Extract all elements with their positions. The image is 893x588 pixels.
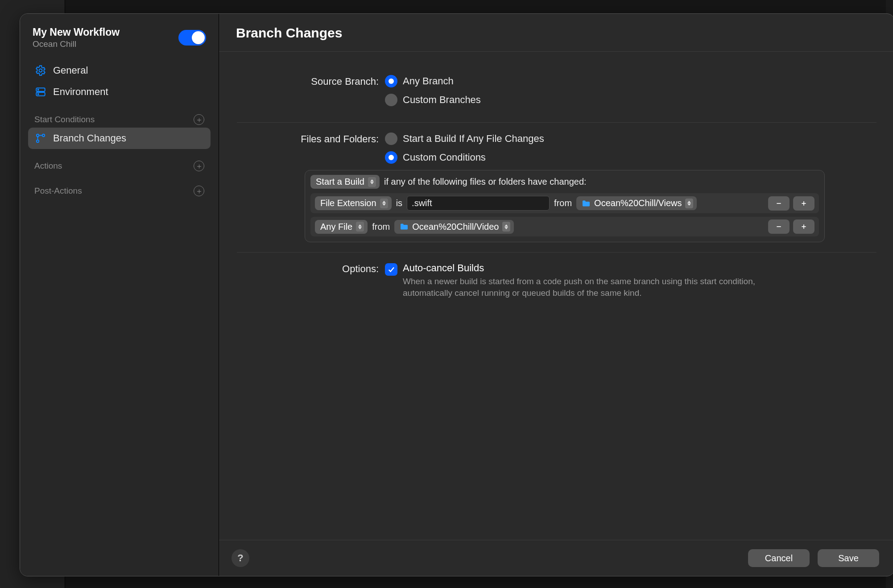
from-label: from: [554, 198, 572, 208]
gear-icon: [34, 64, 47, 77]
stepper-icon: [368, 177, 376, 187]
radio-custom-conditions[interactable]: Custom Conditions: [385, 151, 876, 164]
source-branch-label: Source Branch:: [237, 75, 385, 112]
page-title: Branch Changes: [219, 14, 893, 52]
type-select[interactable]: File Extension: [315, 196, 392, 210]
branch-icon: [34, 132, 47, 145]
workflow-editor-sheet: My New Workflow Ocean Chill General Envi…: [20, 13, 893, 576]
folder-icon: [400, 223, 409, 230]
remove-row-button[interactable]: [768, 219, 790, 234]
radio-icon: [385, 75, 397, 87]
workflow-enabled-toggle[interactable]: [178, 30, 206, 46]
stepper-icon: [685, 199, 693, 208]
add-action-button[interactable]: ＋: [194, 161, 204, 171]
conditions-panel: Start a Build if any of the following fi…: [305, 170, 825, 242]
server-icon: [34, 86, 47, 98]
cancel-button[interactable]: Cancel: [748, 549, 810, 567]
radio-custom-branches[interactable]: Custom Branches: [385, 94, 876, 106]
section-post-actions: Post-Actions ＋: [28, 181, 211, 199]
sidebar-item-environment[interactable]: Environment: [28, 81, 211, 103]
svg-point-0: [39, 69, 42, 72]
auto-cancel-description: When a newer build is started from a cod…: [403, 276, 795, 298]
source-branch-group: Source Branch: Any Branch Custom Branche…: [237, 65, 876, 123]
svg-point-6: [37, 140, 39, 142]
options-group: Options: Auto-cancel Builds When a newer…: [237, 253, 876, 308]
from-label: from: [372, 222, 390, 232]
save-button[interactable]: Save: [818, 549, 879, 567]
sidebar-item-label: Environment: [53, 86, 108, 98]
condition-row: File Extension is from Ocean%20Chill/Vie…: [310, 193, 819, 213]
help-button[interactable]: ?: [232, 549, 249, 567]
section-start-conditions: Start Conditions ＋: [28, 110, 211, 128]
location-select[interactable]: Ocean%20Chill/Video: [394, 220, 514, 234]
stepper-icon: [502, 222, 510, 232]
sidebar-item-branch-changes[interactable]: Branch Changes: [28, 128, 211, 149]
sidebar-item-general[interactable]: General: [28, 60, 211, 81]
radio-any-file[interactable]: Start a Build If Any File Changes: [385, 133, 876, 145]
condition-row: Any File from Ocean%20Chill/Video: [310, 217, 819, 236]
sidebar: My New Workflow Ocean Chill General Envi…: [20, 14, 219, 576]
radio-any-branch[interactable]: Any Branch: [385, 75, 876, 87]
add-start-condition-button[interactable]: ＋: [194, 114, 204, 125]
remove-row-button[interactable]: [768, 196, 790, 211]
workflow-name: My New Workflow: [33, 26, 120, 38]
radio-icon: [385, 151, 397, 164]
extension-input[interactable]: [407, 196, 550, 211]
dialog-footer: ? Cancel Save: [219, 540, 893, 576]
add-post-action-button[interactable]: ＋: [194, 186, 204, 196]
location-select[interactable]: Ocean%20Chill/Views: [576, 196, 697, 210]
stepper-icon: [356, 222, 364, 232]
is-label: is: [396, 198, 402, 208]
sidebar-item-label: Branch Changes: [53, 133, 126, 144]
add-row-button[interactable]: [793, 196, 814, 211]
type-select[interactable]: Any File: [315, 220, 368, 234]
stepper-icon: [380, 199, 388, 208]
files-folders-group: Files and Folders: Start a Build If Any …: [237, 123, 876, 253]
auto-cancel-title: Auto-cancel Builds: [403, 262, 795, 274]
svg-point-7: [42, 134, 45, 137]
svg-point-3: [38, 89, 39, 90]
sidebar-item-label: General: [53, 65, 88, 76]
folder-icon: [582, 200, 591, 207]
action-suffix-text: if any of the following files or folders…: [384, 177, 587, 187]
radio-icon: [385, 94, 397, 106]
svg-point-4: [38, 94, 39, 95]
action-select[interactable]: Start a Build: [310, 175, 380, 189]
workflow-project: Ocean Chill: [33, 39, 120, 49]
options-label: Options:: [237, 262, 385, 298]
add-row-button[interactable]: [793, 219, 814, 234]
radio-icon: [385, 133, 397, 145]
main-panel: Branch Changes Source Branch: Any Branch…: [219, 14, 893, 576]
section-actions: Actions ＋: [28, 156, 211, 174]
auto-cancel-checkbox[interactable]: [385, 263, 397, 276]
